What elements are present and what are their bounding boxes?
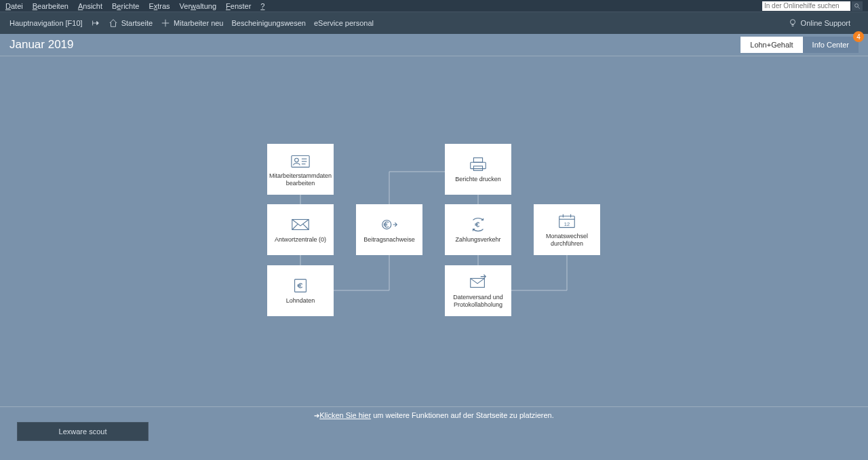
tab-lohn-gehalt[interactable]: Lohn+Gehalt (741, 37, 802, 53)
connector-lines (0, 56, 868, 423)
svg-rect-9 (473, 158, 482, 163)
menu-edit[interactable]: Bearbeiten (33, 2, 68, 10)
menu-reports[interactable]: Berichte (112, 2, 139, 10)
svg-point-2 (790, 20, 795, 24)
svg-point-12 (382, 221, 391, 229)
main-nav-toggle[interactable]: Hauptnavigation [F10] (9, 19, 83, 27)
menu-help[interactable]: ? (260, 2, 264, 10)
menu-view[interactable]: Ansicht (78, 2, 102, 10)
home-button[interactable]: Startseite (108, 18, 153, 28)
menu-file[interactable]: Datei (5, 2, 23, 10)
svg-point-0 (855, 3, 859, 7)
pin-button[interactable] (91, 18, 100, 28)
euro-cycle-icon (468, 216, 488, 233)
card-wage-data[interactable]: Lohndaten (267, 265, 334, 316)
card-month-change[interactable]: 12 Monatswechsel durchführen (534, 204, 600, 255)
help-search-button[interactable] (852, 1, 863, 11)
cert-button[interactable]: Bescheinigungswesen (231, 19, 305, 27)
add-employee-button[interactable]: Mitarbeiter neu (161, 18, 223, 28)
card-label: Berichte drucken (455, 176, 501, 183)
footer-link[interactable]: Klicken Sie hier (319, 411, 371, 419)
card-response-center[interactable]: Antwortzentrale (0) (267, 204, 334, 255)
euro-doc-icon (290, 277, 311, 294)
card-contribution-proof[interactable]: Beitragsnachweise (356, 204, 422, 255)
send-icon (468, 273, 488, 291)
tab-info-center[interactable]: Info Center (803, 37, 859, 53)
menu-window[interactable]: Fenster (226, 2, 251, 10)
svg-rect-18 (295, 280, 307, 292)
card-label: Zahlungsverkehr (455, 236, 500, 244)
support-label: Online Support (801, 19, 850, 27)
add-label: Mitarbeiter neu (174, 19, 223, 27)
menu-extras[interactable]: Extras (149, 2, 170, 10)
svg-line-1 (858, 7, 860, 9)
card-label: Lohndaten (286, 297, 315, 305)
envelope-icon (290, 216, 311, 233)
search-icon (854, 3, 861, 9)
calendar-icon: 12 (557, 212, 577, 230)
footer-hint: ➔Klicken Sie hier um weitere Funktionen … (0, 406, 868, 419)
page-title: Januar 2019 (9, 38, 74, 52)
home-label: Startseite (121, 19, 153, 27)
card-employee-master[interactable]: Mitarbeiterstammdaten bearbeiten (267, 144, 334, 195)
footer-rest: um weitere Funktionen auf der Startseite… (371, 411, 554, 419)
svg-text:12: 12 (564, 221, 570, 227)
plus-icon (161, 18, 170, 28)
card-print-reports[interactable]: Berichte drucken (445, 144, 511, 195)
card-label: Mitarbeiterstammdaten bearbeiten (269, 172, 332, 187)
pin-icon (91, 18, 100, 28)
bulb-icon (788, 18, 797, 28)
card-label: Datenversand und Protokollabholung (448, 294, 509, 309)
svg-point-4 (295, 158, 299, 162)
page-header: Januar 2019 Lohn+Gehalt Info Center 4 (0, 34, 868, 56)
printer-icon (468, 155, 488, 173)
card-data-transfer[interactable]: Datenversand und Protokollabholung (445, 265, 511, 316)
view-tabs: Lohn+Gehalt Info Center 4 (741, 37, 859, 53)
eservice-button[interactable]: eService personal (314, 19, 374, 27)
card-payments[interactable]: Zahlungsverkehr (445, 204, 511, 255)
toolbar: Hauptnavigation [F10] Startseite Mitarbe… (0, 12, 868, 34)
svg-rect-8 (471, 162, 486, 168)
card-label: Antwortzentrale (0) (275, 236, 326, 244)
workflow-canvas: Mitarbeiterstammdaten bearbeiten Bericht… (0, 56, 868, 423)
menubar: Datei Bearbeiten Ansicht Berichte Extras… (0, 0, 868, 12)
info-center-badge: 4 (853, 31, 864, 42)
card-label: Monatswechsel durchführen (536, 233, 597, 248)
home-icon (108, 18, 118, 28)
id-card-icon (290, 152, 311, 170)
euro-arrow-icon (379, 216, 399, 233)
lexware-scout-button[interactable]: Lexware scout (17, 422, 149, 441)
menu-admin[interactable]: Verwaltung (180, 2, 216, 10)
support-button[interactable]: Online Support (788, 18, 850, 28)
card-label: Beitragsnachweise (363, 236, 415, 244)
help-search-input[interactable] (762, 1, 850, 11)
